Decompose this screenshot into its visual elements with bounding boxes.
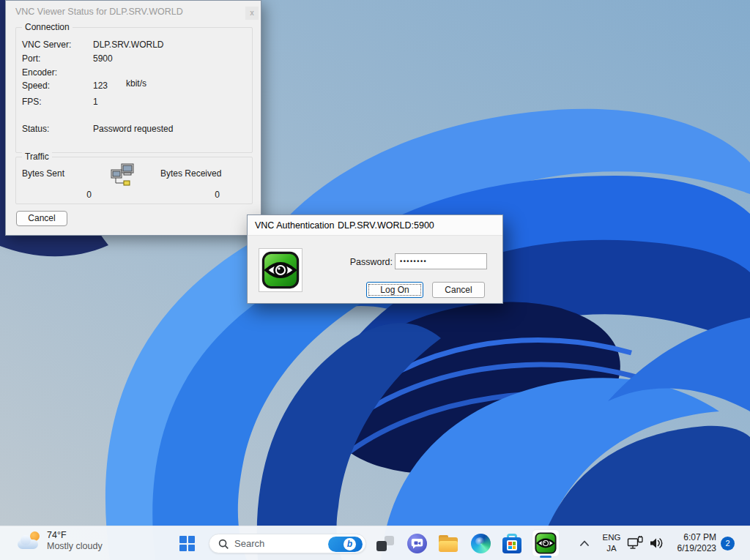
sun-behind-cloud-icon (18, 531, 41, 551)
windows-logo-icon (179, 536, 187, 543)
speed-label: Speed: (22, 81, 50, 91)
traffic-group: Traffic Bytes Sent Bytes Received 0 0 (15, 157, 253, 204)
port-label: Port: (22, 53, 40, 64)
speed-unit: kbit/s (126, 78, 146, 89)
ultravnc-eye-icon (261, 251, 300, 289)
vnc-status-dialog: VNC Viewer Status for DLP.SRV.WORLD x Co… (5, 0, 261, 236)
notification-badge[interactable]: 2 (721, 537, 735, 550)
task-view-button[interactable] (376, 536, 394, 552)
search-icon (218, 539, 229, 550)
taskbar: 74°F Mostly cloudy Search b (0, 526, 750, 560)
password-label: Password: (343, 257, 393, 267)
start-button[interactable] (179, 536, 195, 551)
microsoft-store-button[interactable] (502, 534, 521, 553)
time: 6:07 PM (665, 532, 716, 543)
password-input[interactable]: •••••••• (395, 253, 487, 269)
chat-teams-button[interactable] (407, 534, 427, 553)
bytes-received-value: 0 (148, 190, 220, 200)
connection-legend: Connection (22, 22, 73, 32)
volume-icon[interactable] (649, 537, 664, 550)
fps-value: 1 (93, 97, 98, 107)
bytes-sent-label: Bytes Sent (22, 168, 64, 179)
auth-dialog-host: DLP.SRV.WORLD:5900 (338, 215, 434, 236)
vnc-app-icon-frame (259, 248, 302, 292)
clock[interactable]: 6:07 PM 6/19/2023 (665, 532, 716, 554)
status-label: Status: (22, 124, 49, 134)
language-line2: JA (601, 543, 623, 554)
connection-group: Connection VNC Server: DLP.SRV.WORLD Por… (15, 27, 253, 153)
vnc-auth-dialog: VNC Authentication DLP.SRV.WORLD:5900 Pa… (247, 214, 503, 304)
weather-condition: Mostly cloudy (47, 541, 103, 552)
traffic-legend: Traffic (22, 152, 52, 162)
encoder-label: Encoder: (22, 67, 57, 78)
chat-bubble-icon (407, 534, 427, 553)
dialog-title: VNC Viewer Status for DLP.SRV.WORLD (15, 1, 183, 23)
bing-icon: b (344, 538, 356, 550)
active-app-indicator (540, 556, 552, 558)
bytes-received-label: Bytes Received (160, 168, 221, 179)
network-icon[interactable] (627, 536, 645, 550)
auth-cancel-button[interactable]: Cancel (432, 282, 485, 298)
auth-dialog-title: VNC Authentication (255, 215, 334, 236)
ultravnc-eye-icon (535, 532, 557, 554)
weather-temperature: 74°F (47, 530, 103, 541)
status-value: Password requested (93, 124, 173, 134)
hidden-icons-button[interactable] (576, 535, 593, 551)
desktop: VNC Viewer Status for DLP.SRV.WORLD x Co… (0, 0, 750, 560)
date: 6/19/2023 (665, 543, 716, 554)
search-placeholder: Search (234, 534, 264, 553)
vnc-server-value: DLP.SRV.WORLD (93, 40, 164, 50)
log-on-button[interactable]: Log On (366, 282, 423, 298)
weather-widget[interactable]: 74°F Mostly cloudy (18, 530, 103, 552)
network-computers-icon (110, 163, 136, 188)
edge-browser-button[interactable] (471, 534, 491, 553)
file-explorer-button[interactable] (439, 535, 458, 552)
speed-value: 123 (93, 81, 108, 91)
fps-label: FPS: (22, 97, 42, 107)
port-value: 5900 (93, 53, 113, 64)
chevron-up-icon (579, 540, 590, 547)
bytes-sent-value: 0 (22, 190, 92, 200)
cancel-button[interactable]: Cancel (16, 211, 67, 226)
ultravnc-taskbar-button[interactable] (532, 529, 560, 557)
close-icon[interactable]: x (245, 7, 259, 20)
bing-chat-button[interactable]: b (328, 537, 363, 552)
language-switcher[interactable]: ENG JA (601, 532, 623, 554)
auth-titlebar: VNC Authentication DLP.SRV.WORLD:5900 (248, 215, 502, 236)
search-input[interactable]: Search b (209, 534, 366, 553)
vnc-server-label: VNC Server: (22, 40, 71, 50)
language-line1: ENG (601, 532, 623, 543)
